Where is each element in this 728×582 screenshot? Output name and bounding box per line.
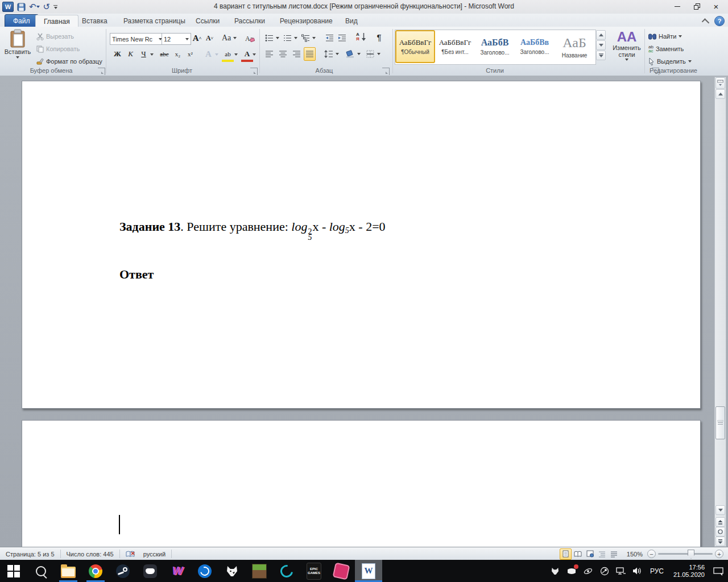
grow-font-button[interactable]: A˄	[191, 32, 203, 44]
ruler-toggle-button[interactable]	[715, 77, 725, 89]
minimize-button[interactable]	[668, 0, 687, 13]
page-indicator[interactable]: Страница: 5 из 5	[0, 550, 61, 558]
decrease-indent-button[interactable]	[324, 32, 335, 44]
styles-more-button[interactable]	[596, 51, 606, 60]
styles-scroll-down[interactable]	[596, 40, 606, 50]
font-size-combo[interactable]: 12	[162, 33, 191, 45]
tray-swirl-icon[interactable]	[582, 564, 594, 579]
show-marks-button[interactable]: ¶	[373, 31, 385, 43]
multilevel-list-button[interactable]	[300, 32, 317, 44]
zoom-out-button[interactable]: −	[647, 550, 656, 558]
tab-home[interactable]: Главная	[35, 15, 78, 28]
taskbar-wallpaper-engine[interactable]: W	[164, 560, 191, 582]
view-outline-button[interactable]	[597, 549, 607, 559]
customize-qat-button[interactable]	[53, 5, 57, 9]
copy-button[interactable]: Копировать	[35, 43, 81, 55]
view-draft-button[interactable]	[609, 549, 619, 559]
start-button[interactable]	[0, 560, 27, 582]
taskbar-file-explorer[interactable]	[55, 560, 82, 582]
tray-volume-icon[interactable]	[631, 564, 644, 579]
tray-network-icon[interactable]	[615, 564, 627, 579]
zoom-level[interactable]: 150%	[627, 551, 643, 558]
subscript-button[interactable]: x₂	[172, 48, 184, 60]
close-button[interactable]: ×	[706, 0, 726, 13]
highlight-button[interactable]: ab	[222, 48, 234, 62]
paragraph-dialog-launcher[interactable]	[382, 68, 390, 75]
tab-review[interactable]: Рецензирование	[272, 15, 341, 27]
action-center-button[interactable]	[712, 564, 725, 579]
format-painter-button[interactable]: Формат по образцу	[35, 56, 104, 67]
document-page-4[interactable]: Задание 13. Решите уравнение: log25x - l…	[22, 81, 701, 409]
font-color-arrow[interactable]	[253, 53, 256, 56]
paste-button[interactable]: Вставить	[5, 29, 31, 66]
font-color-button[interactable]: A	[241, 48, 253, 62]
zoom-slider-thumb[interactable]	[688, 550, 694, 559]
cut-button[interactable]: Вырезать	[35, 31, 75, 42]
shrink-font-button[interactable]: A˅	[204, 32, 216, 44]
align-right-button[interactable]	[291, 48, 302, 60]
bold-button[interactable]: Ж	[111, 48, 123, 60]
taskbar-ubisoft-connect[interactable]	[191, 560, 218, 582]
scroll-down-button[interactable]	[715, 505, 725, 515]
document-area[interactable]: Задание 13. Решите уравнение: log25x - l…	[0, 76, 728, 547]
tray-discord-icon[interactable]	[565, 564, 578, 579]
style-heading1[interactable]: АаБбВ Заголово...	[475, 30, 515, 63]
superscript-button[interactable]: x²	[184, 48, 196, 60]
tab-mailings[interactable]: Рассылки	[226, 15, 273, 27]
shading-button[interactable]	[345, 48, 362, 60]
highlight-arrow[interactable]	[234, 53, 238, 56]
find-button[interactable]: Найти	[647, 31, 683, 42]
tab-page-layout[interactable]: Разметка страницы	[115, 15, 193, 27]
style-normal[interactable]: АаБбВвГг ¶Обычный	[395, 30, 435, 63]
align-center-button[interactable]	[278, 48, 288, 60]
text-effects-arrow[interactable]	[215, 53, 218, 56]
taskbar-word-active[interactable]: W	[355, 560, 382, 582]
word-count[interactable]: Число слов: 445	[61, 550, 120, 558]
tray-wolf-icon[interactable]	[549, 564, 561, 579]
view-web-layout-button[interactable]	[585, 549, 595, 559]
align-left-button[interactable]	[264, 48, 275, 60]
collapse-ribbon-icon[interactable]	[702, 18, 709, 26]
zoom-in-button[interactable]: +	[715, 550, 723, 558]
tab-view[interactable]: Вид	[337, 15, 366, 27]
bullets-button[interactable]	[264, 32, 280, 44]
taskbar-steam[interactable]	[109, 560, 136, 582]
taskbar-core-app[interactable]	[273, 560, 300, 582]
taskbar-chrome[interactable]	[82, 560, 109, 582]
save-button[interactable]	[17, 3, 26, 11]
tray-steam-icon[interactable]	[598, 564, 611, 579]
previous-page-button[interactable]	[715, 517, 725, 527]
tab-file[interactable]: Файл	[5, 14, 39, 27]
next-page-button[interactable]	[715, 537, 725, 546]
taskbar-epic-games[interactable]: EPICGAMES	[300, 560, 328, 582]
font-dialog-launcher[interactable]	[250, 68, 258, 75]
text-effects-button[interactable]: А	[202, 48, 214, 60]
clipboard-dialog-launcher[interactable]	[98, 68, 105, 75]
borders-button[interactable]	[365, 48, 382, 60]
select-button[interactable]: Выделить	[647, 56, 693, 67]
zoom-slider[interactable]	[658, 553, 713, 555]
style-heading2[interactable]: АаБбВв Заголово...	[515, 30, 555, 63]
view-fullscreen-reading-button[interactable]	[573, 549, 584, 559]
numbering-button[interactable]	[282, 32, 299, 44]
change-styles-button[interactable]: АA Изменить стили	[610, 30, 644, 66]
view-print-layout-button[interactable]	[560, 548, 572, 560]
strikethrough-button[interactable]: abc	[157, 48, 172, 60]
tray-clock[interactable]: 17:56 21.05.2020	[670, 564, 708, 579]
style-no-spacing[interactable]: АаБбВвГг ¶Без инт...	[435, 30, 475, 63]
document-page-5[interactable]	[22, 420, 701, 547]
taskbar-pink-game[interactable]	[328, 560, 355, 582]
word-app-icon[interactable]: W	[2, 2, 14, 12]
underline-dropdown-arrow[interactable]	[150, 53, 154, 56]
scroll-up-button[interactable]	[715, 89, 725, 99]
tab-insert[interactable]: Вставка	[74, 15, 115, 27]
sort-button[interactable]: АЯ	[355, 31, 367, 43]
styles-scroll-up[interactable]	[596, 30, 606, 40]
scrollbar-thumb[interactable]	[715, 406, 725, 439]
restore-button[interactable]	[687, 0, 706, 13]
taskbar-minecraft[interactable]	[246, 560, 273, 582]
tab-references[interactable]: Ссылки	[188, 15, 228, 27]
undo-button[interactable]: ↶	[29, 2, 40, 12]
select-browse-object-button[interactable]	[715, 527, 725, 537]
help-button[interactable]: ?	[714, 16, 725, 26]
